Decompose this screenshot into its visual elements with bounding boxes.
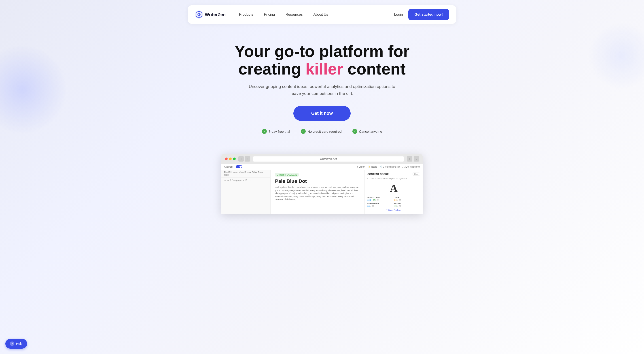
nav-link-products[interactable]: Products: [239, 13, 253, 17]
images-target: 70: [399, 205, 401, 207]
navbar: WriterZen Products Pricing Resources Abo…: [0, 0, 644, 29]
paragraph-target: 90: [372, 205, 374, 207]
trust-badge-cancel-label: Cancel anytime: [359, 130, 382, 133]
sidebar-item-toolbar: ← → ¶ Paragraph ▼ B I ...: [222, 178, 270, 183]
sidebar-item-file[interactable]: File Edit Insert View Format Table Tools…: [222, 170, 270, 178]
metric-images-values: 15 / 70: [394, 205, 420, 207]
nav-right: Login Get started now!: [394, 9, 449, 20]
metric-title: TITLE 36 / 90: [394, 196, 420, 201]
hero-section: Your go-to platform for creating killer …: [0, 29, 644, 154]
back-button: ‹: [238, 156, 244, 162]
share-link-button[interactable]: 🔗 Create share link: [380, 166, 400, 168]
hero-title-line1: Your go-to platform for: [234, 42, 410, 60]
content-score-panel: CONTENT SCORE Hide Content score is base…: [364, 170, 422, 214]
score-letter-grade: A: [368, 182, 420, 194]
hide-panel-button[interactable]: Hide: [412, 173, 420, 176]
help-button[interactable]: ? Help: [5, 339, 27, 349]
metric-images-label: IMAGES: [394, 202, 420, 205]
browser-bar: ‹ › writerzen.net ☆ ⋮: [222, 154, 422, 164]
export-button[interactable]: ↑ Export: [357, 166, 365, 168]
metric-word-count-label: WORD COUNT: [368, 196, 393, 198]
hero-title-line2-pre: creating: [238, 60, 306, 78]
browser-nav-buttons: ‹ ›: [238, 156, 250, 162]
trust-badge-no-cc: ✓ No credit card required: [301, 129, 342, 134]
assistant-toggle[interactable]: [236, 165, 242, 168]
hero-subtitle: Uncover gripping content ideas, powerful…: [246, 83, 398, 97]
hero-killer-word: killer: [306, 60, 343, 78]
hero-title-line2-post: content: [343, 60, 406, 78]
check-icon-trial: ✓: [262, 129, 267, 134]
nav-container: WriterZen Products Pricing Resources Abo…: [188, 5, 456, 24]
editor-main: Deadline: 24/2/2021 Pale Blue Dot Look a…: [270, 170, 364, 214]
nav-link-resources[interactable]: Resources: [286, 13, 302, 17]
toolbar-right: ↑ Export 📝 Notes 🔗 Create share link ⛶ E…: [357, 166, 420, 168]
word-count-unit: 90: [378, 199, 380, 201]
trust-badge-trial-label: 7-day free trial: [268, 130, 290, 133]
metric-title-label: TITLE: [394, 196, 420, 198]
browser-action-buttons: ☆ ⋮: [407, 156, 419, 162]
browser-window: ‹ › writerzen.net ☆ ⋮ Assistant ↑ Export…: [222, 154, 422, 214]
logo-link[interactable]: WriterZen: [195, 11, 226, 19]
maximize-window-dot: [233, 158, 236, 160]
metric-paragraph-label: PARAGRAPH: [368, 202, 393, 205]
panel-header: CONTENT SCORE Hide: [368, 173, 420, 176]
editor-sidebar: File Edit Insert View Format Table Tools…: [222, 170, 270, 214]
get-it-now-button[interactable]: Get it now: [294, 106, 351, 121]
check-icon-no-cc: ✓: [301, 129, 306, 134]
score-metrics-grid: WORD COUNT 224 / 671 90 TITLE 36 /: [368, 196, 420, 207]
check-icon-cancel: ✓: [352, 129, 357, 134]
settings-icon: ⋮: [414, 156, 419, 162]
trust-badge-no-cc-label: No credit card required: [308, 130, 342, 133]
help-label: Help: [16, 342, 22, 345]
metric-word-count-values: 224 / 671 90: [368, 199, 393, 201]
metric-paragraph-values: 36 / 90: [368, 205, 393, 207]
login-button[interactable]: Login: [394, 13, 403, 17]
panel-subtitle: Content score is based on your configura…: [368, 177, 420, 180]
trust-badge-trial: ✓ 7-day free trial: [262, 129, 290, 134]
metric-images: IMAGES 15 / 70: [394, 202, 420, 207]
hero-title: Your go-to platform for creating killer …: [222, 43, 422, 78]
metric-word-count: WORD COUNT 224 / 671 90: [368, 196, 393, 201]
brand-name: WriterZen: [205, 12, 226, 17]
close-window-dot: [225, 158, 228, 160]
app-top-toolbar: Assistant ↑ Export 📝 Notes 🔗 Create shar…: [222, 164, 422, 170]
toolbar-left: Assistant: [224, 165, 242, 168]
trust-badge-cancel: ✓ Cancel anytime: [352, 129, 382, 134]
deadline-tag: Deadline: 24/2/2021: [275, 173, 299, 177]
word-count-slash: /: [372, 199, 372, 201]
show-analysis-button[interactable]: ∨ Show Analysis: [368, 209, 420, 211]
bookmark-icon: ☆: [407, 156, 412, 162]
get-started-button[interactable]: Get started now!: [408, 9, 449, 20]
notes-button[interactable]: 📝 Notes: [368, 166, 377, 168]
forward-button: ›: [245, 156, 250, 162]
images-current: 15: [394, 205, 397, 207]
exit-fullscreen-button[interactable]: ⛶ Exit full screen: [402, 166, 420, 168]
browser-window-controls: [225, 158, 236, 160]
word-count-target: 671: [373, 199, 376, 201]
title-target: 90: [399, 199, 401, 201]
app-content: File Edit Insert View Format Table Tools…: [222, 170, 422, 214]
panel-title: CONTENT SCORE: [368, 173, 389, 175]
assistant-label: Assistant: [224, 166, 233, 168]
title-current: 36: [394, 199, 397, 201]
app-screenshot-container: ‹ › writerzen.net ☆ ⋮ Assistant ↑ Export…: [0, 154, 644, 214]
minimize-window-dot: [229, 158, 232, 160]
svg-point-0: [195, 11, 203, 19]
doc-body-preview[interactable]: Look again at that dot. That's here. Tha…: [275, 186, 360, 201]
trust-badges: ✓ 7-day free trial ✓ No credit card requ…: [4, 129, 640, 134]
nav-link-pricing[interactable]: Pricing: [264, 13, 275, 17]
metric-paragraph: PARAGRAPH 36 / 90: [368, 202, 393, 207]
metric-title-values: 36 / 90: [394, 199, 420, 201]
address-bar[interactable]: writerzen.net: [253, 156, 404, 162]
logo-icon: [195, 11, 203, 19]
paragraph-current: 36: [368, 205, 370, 207]
nav-link-about[interactable]: About Us: [314, 13, 328, 17]
nav-links: Products Pricing Resources About Us: [239, 13, 394, 17]
help-icon: ?: [10, 341, 14, 346]
doc-title-preview[interactable]: Pale Blue Dot: [275, 178, 360, 184]
word-count-current: 224: [368, 199, 371, 201]
